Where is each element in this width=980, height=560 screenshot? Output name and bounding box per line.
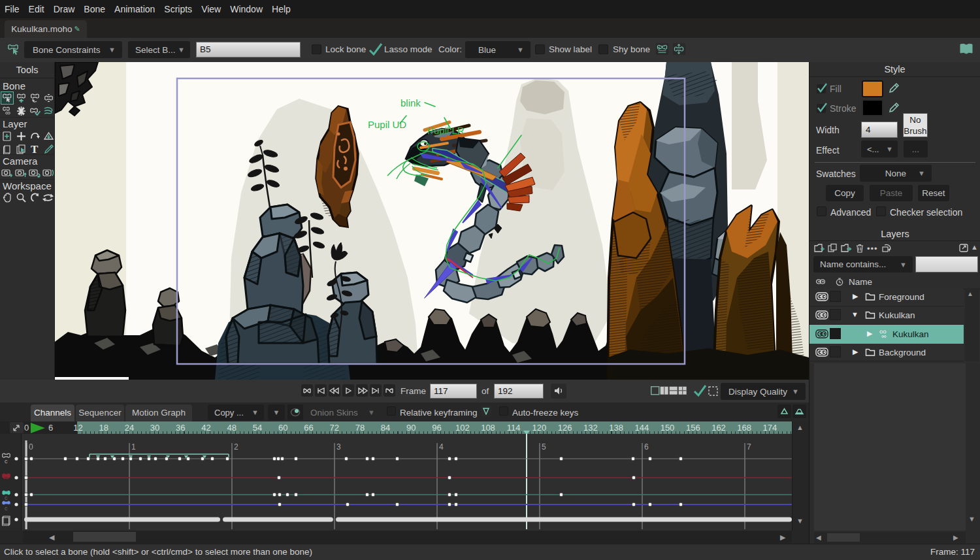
- svg-text:4: 4: [439, 442, 444, 452]
- svg-text:0: 0: [29, 442, 33, 452]
- svg-text:7: 7: [747, 442, 751, 452]
- svg-text:2: 2: [234, 442, 238, 452]
- svg-text:6: 6: [644, 442, 649, 452]
- svg-text:blink: blink: [400, 97, 421, 108]
- svg-text:c: c: [5, 505, 8, 512]
- svg-text:c: c: [5, 458, 8, 465]
- svg-text:Pupil UD: Pupil UD: [368, 119, 406, 130]
- svg-text:Pupil LR: Pupil LR: [427, 125, 465, 136]
- svg-text:c: c: [5, 495, 8, 501]
- svg-text:5: 5: [542, 442, 546, 452]
- svg-text:1: 1: [131, 442, 136, 452]
- svg-text:3: 3: [336, 442, 341, 452]
